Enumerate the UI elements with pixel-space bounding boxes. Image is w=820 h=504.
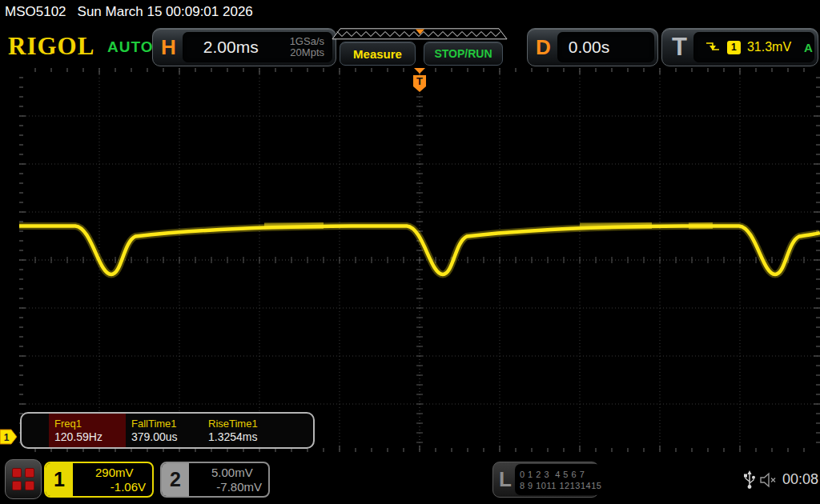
measurement-label: FallTime1	[131, 418, 203, 430]
svg-text:T: T	[416, 75, 423, 87]
delay-values: 0.00s	[557, 32, 654, 62]
uptime-clock: 00:08	[782, 471, 818, 488]
delay-value: 0.00s	[569, 38, 609, 57]
usb-icon	[743, 470, 756, 490]
falling-edge-icon	[705, 40, 721, 54]
oscilloscope-screen: MSO5102Sun March 15 00:09:01 2026 RIGOL …	[0, 0, 820, 504]
measurement-panel[interactable]: Freq1 120.59Hz FallTime1 379.00us RiseTi…	[20, 412, 315, 449]
logic-channels-block[interactable]: L 0 1 2 3 4 5 6 7 8 9 1011 12131415	[492, 462, 599, 498]
measure-button[interactable]: Measure	[340, 42, 416, 66]
measurement-value: 120.59Hz	[54, 430, 126, 444]
t-label: T	[662, 33, 693, 62]
channel-1-values: 290mV -1.06V	[73, 463, 152, 496]
measurement-value: 1.3254ms	[208, 430, 279, 444]
channel-1-scale: 290mV	[95, 466, 134, 479]
waveform-display[interactable]: T	[19, 68, 820, 452]
speaker-muted-icon	[759, 472, 778, 488]
trigger-level-value: 31.3mV	[747, 40, 791, 54]
trigger-settings-box[interactable]: T 1 31.3mV A	[661, 28, 818, 66]
menu-grid-icon	[12, 468, 34, 490]
acquisition-mode-status: AUTO	[107, 38, 153, 56]
sample-rate-block: 1GSa/s 20Mpts	[290, 36, 324, 58]
measurement-falltime[interactable]: FallTime1 379.00us	[126, 414, 203, 447]
h-label: H	[153, 35, 183, 60]
measurement-risetime[interactable]: RiseTime1 1.3254ms	[203, 414, 279, 447]
d-label: D	[528, 35, 557, 60]
rigol-logo: RIGOL	[8, 32, 94, 61]
stop-run-button[interactable]: STOP/RUN	[424, 42, 503, 66]
logic-row-1: 0 1 2 3 4 5 6 7	[520, 469, 602, 480]
ch1-ground-marker[interactable]: 1	[0, 429, 18, 445]
memory-depth: 20Mpts	[290, 47, 324, 58]
model-name: MSO5102	[5, 4, 66, 19]
trigger-source-badge: 1	[727, 41, 741, 54]
logic-row-2: 8 9 1011 12131415	[520, 480, 602, 491]
title-bar: MSO5102Sun March 15 00:09:01 2026	[5, 4, 253, 20]
channel-2-block[interactable]: 2 5.00mV -7.80mV	[160, 462, 270, 498]
channel-2-scale: 5.00mV	[211, 466, 253, 479]
channel-2-number: 2	[162, 463, 189, 496]
main-menu-button[interactable]	[5, 459, 42, 499]
logic-channel-list: 0 1 2 3 4 5 6 7 8 9 1011 12131415	[515, 464, 602, 495]
horizontal-values: 2.00ms 1GSa/s 20Mpts	[183, 32, 332, 62]
measurement-value: 379.00us	[131, 430, 203, 444]
channel-1-number: 1	[46, 463, 73, 496]
horizontal-settings-box[interactable]: H 2.00ms 1GSa/s 20Mpts	[152, 28, 336, 66]
measurement-label: RiseTime1	[208, 418, 279, 430]
waveform-overview-bar[interactable]	[331, 28, 508, 40]
trigger-coupling: A	[804, 41, 813, 54]
trigger-values: 1 31.3mV A	[693, 32, 814, 62]
datetime-text: Sun March 15 00:09:01 2026	[78, 4, 253, 19]
measurement-label: Freq1	[54, 418, 126, 430]
sample-rate: 1GSa/s	[290, 36, 324, 47]
delay-settings-box[interactable]: D 0.00s	[527, 28, 658, 66]
channel-2-offset: -7.80mV	[195, 480, 262, 494]
channel-1-block[interactable]: 1 290mV -1.06V	[44, 462, 154, 498]
svg-text:1: 1	[4, 432, 10, 443]
logic-label: L	[493, 467, 515, 492]
scope-display-area[interactable]: T Freq1 120.59Hz FallTime1 379.00us Rise…	[19, 68, 820, 452]
channel-2-values: 5.00mV -7.80mV	[189, 463, 268, 496]
timebase-value: 2.00ms	[203, 38, 259, 57]
measurement-freq[interactable]: Freq1 120.59Hz	[49, 414, 126, 447]
channel-1-offset: -1.06V	[79, 480, 146, 494]
